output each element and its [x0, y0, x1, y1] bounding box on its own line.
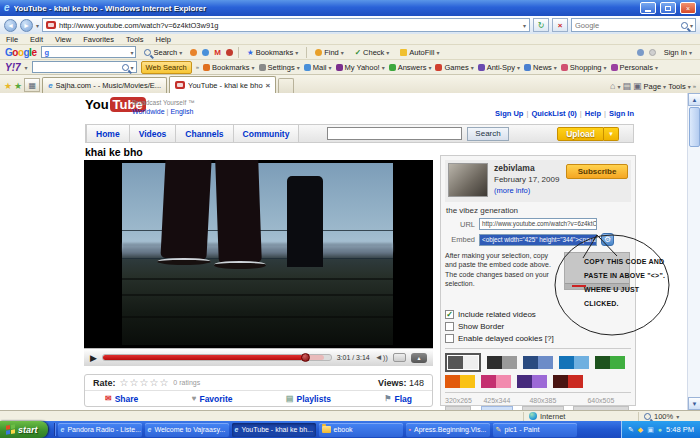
- tray-network-icon[interactable]: ▣: [647, 426, 654, 434]
- tab-youtube[interactable]: YouTube - khai ke bho ×: [169, 76, 276, 93]
- youtube-search-button[interactable]: Search: [467, 127, 508, 141]
- google-search-input[interactable]: g ▾: [41, 46, 136, 58]
- size-option-480[interactable]: 480x385: [522, 397, 564, 410]
- google-sign-in[interactable]: Sign In▾: [661, 47, 695, 58]
- chevron-down-icon[interactable]: ▾: [618, 83, 621, 90]
- scroll-down-icon[interactable]: ▼: [688, 397, 700, 410]
- pagerank-icon[interactable]: [190, 49, 197, 56]
- nav-home[interactable]: Home: [86, 125, 130, 142]
- google-search-button[interactable]: Search▾: [141, 47, 185, 58]
- tab-sajha[interactable]: e Sajha.com - - Music/Movies/E...: [42, 77, 167, 93]
- subscribe-button[interactable]: Subscribe: [566, 164, 628, 179]
- chevron-down-icon[interactable]: ▾: [130, 49, 133, 56]
- task-youtube[interactable]: eYouTube - khai ke bh...: [232, 423, 316, 437]
- tray-volume-icon[interactable]: ●: [658, 426, 662, 433]
- more-info-link[interactable]: (more info): [494, 185, 559, 196]
- worldwide-link[interactable]: Worldwide: [132, 108, 165, 115]
- quicklist-link[interactable]: QuickList (0): [531, 109, 576, 118]
- embed-code-field[interactable]: <object width="425" height="344"><param: [479, 234, 597, 246]
- star-rating[interactable]: ☆☆☆☆☆: [120, 377, 170, 388]
- task-pandora[interactable]: ePandora Radio - Liste...: [58, 423, 142, 437]
- search-dropdown-icon[interactable]: ▾: [690, 22, 693, 29]
- start-button[interactable]: start: [0, 421, 48, 438]
- menu-edit[interactable]: Edit: [30, 35, 43, 44]
- nav-channels[interactable]: Channels: [176, 125, 233, 142]
- yahoo-settings[interactable]: Settings▾: [259, 63, 300, 72]
- embed-options-button[interactable]: ⚙: [601, 233, 614, 246]
- delayed-cookies-checkbox[interactable]: Enable delayed cookies [?]: [445, 333, 631, 344]
- search-icon[interactable]: [681, 22, 688, 29]
- page-menu[interactable]: Page▾: [644, 82, 667, 91]
- menu-tools[interactable]: Tools: [126, 35, 144, 44]
- yahoo-answers[interactable]: Answers▾: [389, 63, 432, 72]
- url-field[interactable]: http://www.youtube.com/watch?v=6z4ktO3w9…: [42, 18, 530, 32]
- checkbox-icon[interactable]: ✓: [445, 310, 454, 319]
- sign-in-link[interactable]: Sign In: [609, 109, 634, 118]
- add-favorite-icon[interactable]: ★: [14, 81, 22, 91]
- url-dropdown-icon[interactable]: ▾: [523, 22, 526, 29]
- feeds-icon[interactable]: ▤: [623, 81, 632, 91]
- gmail-icon[interactable]: M: [214, 48, 221, 57]
- translate-icon[interactable]: [226, 49, 233, 56]
- spellcheck-button[interactable]: ✓Check▾: [352, 47, 393, 58]
- home-icon[interactable]: ⌂: [610, 81, 615, 91]
- task-welcome[interactable]: eWelcome to Vajraasy...: [145, 423, 229, 437]
- bookmarks-button[interactable]: ★Bookmarks▾: [244, 47, 301, 58]
- task-ebook[interactable]: ebook: [319, 423, 403, 437]
- checkbox-icon[interactable]: [445, 334, 454, 343]
- menu-view[interactable]: View: [55, 35, 71, 44]
- username[interactable]: zebivlama: [494, 163, 559, 174]
- favorites-star-icon[interactable]: ★: [4, 81, 12, 91]
- swatch-gray-selected[interactable]: [445, 353, 481, 372]
- yahoo-games[interactable]: Games▾: [435, 63, 473, 72]
- swatch-green[interactable]: [595, 356, 625, 369]
- youtube-search-input[interactable]: [327, 127, 462, 140]
- search-input[interactable]: [572, 21, 681, 30]
- tray-shield-icon[interactable]: ◆: [638, 426, 643, 434]
- progress-bar[interactable]: [102, 354, 332, 361]
- tools-menu[interactable]: Tools▾: [668, 82, 691, 91]
- nav-community[interactable]: Community: [234, 125, 300, 142]
- expand-button[interactable]: ▲: [411, 353, 427, 363]
- yahoo-shopping[interactable]: Shopping▾: [561, 63, 607, 72]
- swatch-pink[interactable]: [481, 375, 511, 388]
- yahoo-anti-spy[interactable]: Anti-Spy▾: [478, 63, 520, 72]
- show-border-checkbox[interactable]: Show Border: [445, 321, 631, 332]
- swatch-navy[interactable]: [523, 356, 553, 369]
- new-tab-stub[interactable]: [278, 78, 294, 93]
- volume-icon[interactable]: ◄)): [375, 353, 388, 362]
- share-button[interactable]: ✉Share: [105, 394, 138, 404]
- nav-videos[interactable]: Videos: [130, 125, 177, 142]
- quick-tabs-button[interactable]: ▦: [24, 78, 40, 92]
- video-url-field[interactable]: http://www.youtube.com/watch?v=6z4ktO3v: [479, 218, 597, 230]
- video-screen[interactable]: [84, 160, 433, 348]
- find-button[interactable]: Find▾: [312, 47, 347, 58]
- task-apress[interactable]: ▪Apress.Beginning.Vis...: [406, 423, 490, 437]
- size-option-425-selected[interactable]: 425x344: [481, 397, 513, 410]
- menu-help[interactable]: Help: [156, 35, 171, 44]
- yahoo-news[interactable]: News▾: [524, 63, 557, 72]
- swatch-red[interactable]: [553, 375, 583, 388]
- web-search-button[interactable]: Web Search: [141, 61, 192, 74]
- menu-favorites[interactable]: Favorites: [83, 35, 114, 44]
- close-button[interactable]: ×: [680, 2, 696, 14]
- popup-blocker-icon[interactable]: [202, 49, 209, 56]
- avatar[interactable]: [448, 163, 488, 197]
- chevron-down-icon[interactable]: ▾: [25, 64, 28, 71]
- stop-button[interactable]: ×: [552, 18, 568, 32]
- forward-button[interactable]: ►: [20, 19, 33, 32]
- play-button[interactable]: ▶: [90, 353, 97, 363]
- yahoo-my-yahoo[interactable]: My Yahoo!▾: [336, 63, 385, 72]
- zoom-control[interactable]: 100% ▾: [638, 412, 696, 421]
- sign-up-link[interactable]: Sign Up: [495, 109, 523, 118]
- restore-button[interactable]: [660, 2, 676, 14]
- size-option-320[interactable]: 320x265: [445, 397, 472, 410]
- task-paint[interactable]: ✎pic1 - Paint: [493, 423, 577, 437]
- print-icon[interactable]: ▣: [633, 81, 642, 91]
- close-tab-icon[interactable]: ×: [266, 81, 271, 90]
- playlists-button[interactable]: ▤Playlists: [286, 394, 331, 404]
- upload-button[interactable]: Upload: [557, 127, 604, 141]
- screen-size-button[interactable]: [393, 353, 406, 362]
- minimize-button[interactable]: [640, 2, 656, 14]
- yahoo-search-input[interactable]: ▾: [32, 61, 137, 73]
